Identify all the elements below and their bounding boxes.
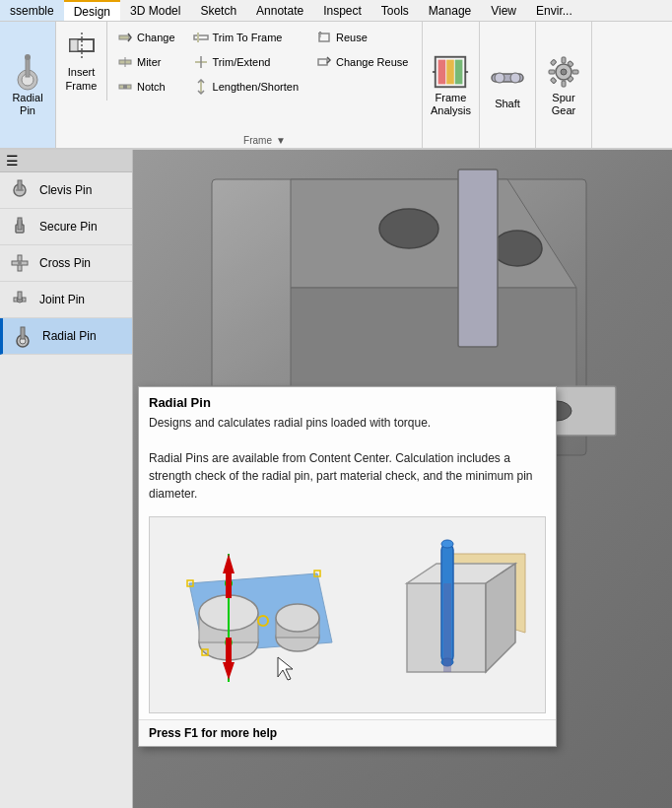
svg-point-86 (441, 540, 453, 548)
insert-frame-label: InsertFrame (66, 66, 98, 92)
insert-frame-icon (66, 30, 98, 63)
sidebar-item-secure-pin[interactable]: Secure Pin (0, 209, 132, 245)
svg-rect-12 (194, 35, 208, 39)
change-reuse-label: Change Reuse (336, 56, 408, 68)
radial-pin-label: Radial Pin (12, 92, 42, 117)
radial-pin-button[interactable]: Radial Pin (0, 22, 56, 148)
svg-rect-23 (455, 59, 463, 84)
change-button[interactable]: Change (111, 26, 181, 49)
svg-rect-73 (226, 573, 232, 598)
svg-rect-21 (438, 59, 446, 84)
frame-analysis-button[interactable]: Frame Analysis (423, 22, 480, 148)
spur-gear-button[interactable]: Spur Gear (536, 22, 592, 148)
sidebar-item-radial-pin[interactable]: Radial Pin (0, 318, 132, 355)
menu-item-inspect[interactable]: Inspect (313, 0, 371, 21)
svg-point-54 (379, 209, 438, 248)
menu-item-environ[interactable]: Envir... (526, 0, 582, 21)
frame-group: Change Miter (107, 22, 423, 148)
tooltip-body: Designs and calculates radial pins loade… (139, 414, 556, 510)
shaft-button[interactable]: Shaft (480, 22, 536, 148)
joint-pin-icon (8, 288, 32, 311)
reuse-button[interactable]: Reuse (310, 26, 414, 49)
ribbon: Radial Pin InsertFrame (0, 22, 672, 150)
notch-icon (117, 79, 133, 95)
trim-to-frame-button[interactable]: Trim To Frame (187, 26, 304, 49)
svg-point-67 (276, 604, 319, 632)
radial-pin-icon (8, 52, 47, 92)
notch-button[interactable]: Notch (111, 75, 181, 99)
sidebar-item-cross-pin[interactable]: Cross Pin (0, 245, 132, 282)
frame-analysis-icon (431, 52, 470, 92)
trim-extend-label: Trim/Extend (213, 56, 271, 68)
svg-rect-56 (458, 169, 498, 347)
svg-rect-7 (119, 35, 129, 39)
menu-item-view[interactable]: View (481, 0, 526, 21)
miter-label: Miter (137, 56, 161, 68)
clevis-pin-icon (8, 178, 32, 202)
change-reuse-icon (316, 54, 332, 70)
svg-point-25 (495, 73, 504, 83)
svg-rect-29 (562, 57, 566, 63)
sidebar-header: ☰ (0, 150, 132, 172)
lengthen-shorten-icon (193, 79, 209, 95)
svg-point-28 (561, 69, 567, 75)
svg-rect-47 (18, 292, 22, 300)
frame-buttons-row: Change Miter (111, 26, 418, 133)
tooltip-footer: Press F1 for more help (139, 719, 556, 746)
frame-col-middle: Trim To Frame Trim/Extend (187, 26, 304, 99)
illustration-right-svg (368, 524, 535, 707)
miter-icon (117, 54, 133, 70)
frame-col-left: Change Miter (111, 26, 181, 99)
shaft-icon (488, 58, 527, 98)
tooltip-desc2: Radial Pins are available from Content C… (149, 449, 546, 503)
svg-rect-19 (318, 59, 327, 65)
svg-rect-22 (447, 59, 455, 84)
menu-item-assemble[interactable]: ssemble (0, 0, 64, 21)
frame-col-right: Reuse Change Reuse (310, 26, 414, 74)
frame-dropdown-icon[interactable]: ▼ (276, 135, 286, 146)
main-viewport: Radial Pin Designs and calculates radial… (133, 150, 672, 808)
svg-rect-30 (562, 81, 566, 87)
miter-button[interactable]: Miter (111, 50, 181, 74)
menu-item-3dmodel[interactable]: 3D Model (120, 0, 190, 21)
frame-analysis-label: Frame Analysis (431, 92, 471, 117)
sidebar-item-clevis-pin[interactable]: Clevis Pin (0, 172, 132, 209)
tooltip-popup: Radial Pin Designs and calculates radial… (138, 386, 557, 747)
svg-rect-33 (550, 59, 556, 65)
sidebar-menu-icon: ☰ (6, 153, 19, 168)
sidebar-joint-pin-label: Joint Pin (39, 293, 85, 306)
svg-rect-41 (18, 218, 22, 230)
menu-item-manage[interactable]: Manage (419, 0, 481, 21)
trim-extend-icon (193, 54, 209, 70)
radial-pin-sidebar-icon (11, 324, 34, 348)
frame-label-text: Frame (243, 135, 272, 146)
menu-item-tools[interactable]: Tools (371, 0, 419, 21)
lengthen-shorten-button[interactable]: Lengthen/Shorten (187, 75, 304, 99)
change-reuse-button[interactable]: Change Reuse (310, 50, 414, 74)
svg-rect-11 (123, 85, 127, 89)
menu-item-design[interactable]: Design (64, 0, 120, 21)
spur-gear-label: Spur Gear (552, 92, 575, 117)
menu-item-sketch[interactable]: Sketch (190, 0, 246, 21)
menu-item-annotate[interactable]: Annotate (246, 0, 313, 21)
svg-rect-31 (549, 70, 555, 74)
reuse-icon (316, 30, 332, 45)
notch-label: Notch (137, 81, 166, 93)
svg-rect-38 (18, 180, 22, 190)
sidebar-item-joint-pin[interactable]: Joint Pin (0, 282, 132, 318)
trim-extend-button[interactable]: Trim/Extend (187, 50, 304, 74)
shaft-label: Shaft (495, 98, 520, 110)
svg-point-3 (25, 54, 31, 60)
sidebar-radial-pin-label: Radial Pin (42, 329, 97, 343)
svg-point-26 (510, 73, 520, 83)
trim-to-frame-label: Trim To Frame (213, 32, 283, 43)
insert-frame-button[interactable]: InsertFrame (56, 22, 107, 101)
svg-rect-32 (572, 70, 578, 74)
change-icon (117, 30, 133, 45)
svg-rect-35 (550, 77, 556, 83)
tooltip-desc1: Designs and calculates radial pins loade… (149, 414, 546, 432)
secure-pin-icon (8, 215, 32, 238)
lengthen-shorten-label: Lengthen/Shorten (213, 81, 299, 93)
svg-rect-5 (70, 39, 78, 51)
spur-gear-icon (544, 52, 583, 92)
